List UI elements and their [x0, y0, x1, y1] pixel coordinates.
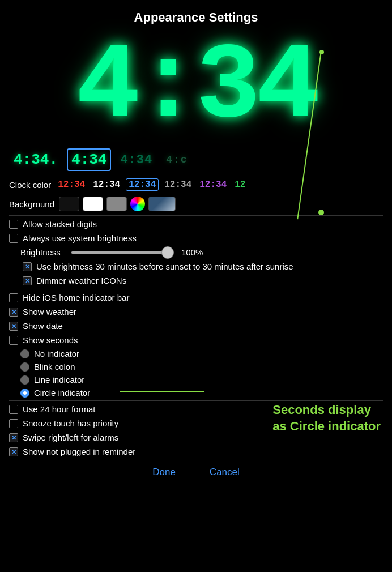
cancel-button[interactable]: Cancel — [210, 467, 240, 478]
blink-colon-row[interactable]: Blink colon — [9, 360, 383, 373]
line-indicator-row[interactable]: Line indicator — [9, 373, 383, 386]
show-weather-row[interactable]: Show weather — [9, 305, 383, 319]
brightness-row: Brightness 100% — [9, 245, 383, 259]
slider-fill — [71, 251, 173, 254]
no-indicator-radio[interactable] — [20, 349, 29, 358]
sunset-brightness-checkbox[interactable] — [23, 262, 32, 271]
color-swatches: 12:34 12:34 12:34 12:34 12:34 12 — [56, 178, 248, 191]
blink-colon-label: Blink colon — [34, 362, 75, 372]
dimmer-icons-checkbox[interactable] — [23, 276, 32, 285]
always-brightness-checkbox[interactable] — [9, 234, 18, 243]
brightness-label: Brightness — [20, 247, 66, 257]
background-row: Background — [9, 194, 383, 214]
preview-2[interactable]: 4:34 — [67, 148, 111, 171]
swatch-green[interactable]: 12 — [232, 179, 248, 190]
always-brightness-label: Always use system brightness — [23, 233, 137, 243]
sunset-brightness-label: Use brightness 30 minutes before sunset … — [36, 262, 293, 271]
hide-home-bar-row[interactable]: Hide iOS home indicator bar — [9, 291, 383, 305]
swatch-gray[interactable]: 12:34 — [162, 179, 194, 190]
dimmer-icons-label: Dimmer weather ICONs — [36, 276, 126, 285]
bg-rainbow[interactable] — [130, 197, 145, 211]
slider-thumb[interactable] — [161, 246, 174, 259]
background-label: Background — [9, 199, 54, 209]
seconds-dot-bottom — [318, 210, 324, 215]
show-weather-checkbox[interactable] — [9, 308, 18, 317]
brightness-value: 100% — [181, 247, 203, 257]
use-24-hour-label: Use 24 hour format — [23, 404, 95, 414]
show-date-checkbox[interactable] — [9, 322, 18, 331]
page-title: Appearance Settings — [0, 0, 392, 28]
bg-swatches — [59, 197, 176, 211]
plugged-reminder-label: Show not plugged in reminder — [23, 447, 135, 456]
plugged-reminder-row[interactable]: Show not plugged in reminder — [9, 445, 383, 459]
circle-indicator-label: Circle indicator — [34, 388, 90, 398]
brightness-slider[interactable] — [71, 251, 173, 254]
show-weather-label: Show weather — [23, 307, 76, 317]
show-seconds-label: Show seconds — [23, 335, 78, 345]
always-brightness-row[interactable]: Always use system brightness — [9, 231, 383, 245]
show-seconds-checkbox[interactable] — [9, 336, 18, 345]
no-indicator-label: No indicator — [34, 349, 79, 358]
swipe-alarms-label: Swipe right/left for alarms — [23, 433, 118, 442]
swatch-white[interactable]: 12:34 — [91, 179, 122, 190]
swatch-purple[interactable]: 12:34 — [197, 179, 229, 190]
annotation-text: Seconds displayas Circle indicator — [272, 402, 381, 434]
clock-color-row: Clock color 12:34 12:34 12:34 12:34 12:3… — [9, 176, 383, 194]
line-indicator-radio[interactable] — [20, 375, 29, 385]
clock-color-label: Clock color — [9, 180, 51, 190]
bg-gray[interactable] — [106, 197, 127, 211]
no-indicator-row[interactable]: No indicator — [9, 347, 383, 360]
show-date-row[interactable]: Show date — [9, 319, 383, 333]
use-24-hour-checkbox[interactable] — [9, 405, 18, 414]
allow-stacked-row[interactable]: Allow stacked digits — [9, 217, 383, 231]
bg-black[interactable] — [59, 197, 79, 211]
snooze-priority-checkbox[interactable] — [9, 419, 18, 428]
hide-home-bar-label: Hide iOS home indicator bar — [23, 293, 129, 302]
blink-colon-radio[interactable] — [20, 362, 29, 372]
bottom-buttons: Done Cancel — [0, 459, 392, 487]
swatch-red[interactable]: 12:34 — [56, 179, 87, 190]
done-button[interactable]: Done — [152, 467, 176, 478]
annotation-line — [120, 391, 204, 392]
bg-photo[interactable] — [148, 197, 176, 211]
show-seconds-row[interactable]: Show seconds — [9, 333, 383, 347]
line-indicator-label: Line indicator — [34, 375, 84, 385]
circle-indicator-row[interactable]: Circle indicator — [9, 386, 383, 399]
big-clock-display: 4:34 — [76, 34, 316, 142]
snooze-priority-label: Snooze touch has priority — [23, 419, 118, 428]
swatch-blue-outline[interactable]: 12:34 — [126, 178, 159, 191]
show-date-label: Show date — [23, 321, 63, 331]
allow-stacked-label: Allow stacked digits — [23, 219, 97, 229]
dimmer-icons-row[interactable]: Dimmer weather ICONs — [9, 274, 383, 288]
preview-1[interactable]: 4:34. — [9, 148, 62, 171]
plugged-reminder-checkbox[interactable] — [9, 447, 18, 456]
sunset-brightness-row[interactable]: Use brightness 30 minutes before sunset … — [9, 259, 383, 274]
allow-stacked-checkbox[interactable] — [9, 220, 18, 229]
swipe-alarms-checkbox[interactable] — [9, 433, 18, 442]
preview-4[interactable]: 4:c — [161, 151, 192, 168]
big-clock-area: 4:34 — [0, 28, 392, 144]
hide-home-bar-checkbox[interactable] — [9, 293, 18, 302]
circle-indicator-radio[interactable] — [20, 389, 29, 398]
preview-3[interactable]: 4:34 — [116, 150, 157, 170]
bg-white[interactable] — [83, 197, 103, 211]
